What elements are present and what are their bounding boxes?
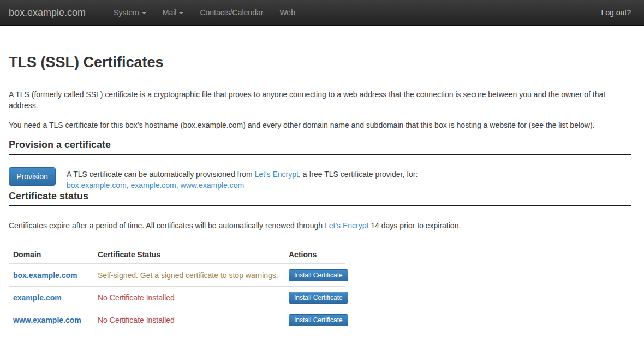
certificate-status-text: No Certificate Installed	[98, 316, 175, 324]
navbar-brand[interactable]: box.example.com	[9, 7, 86, 19]
nav-item-mail-label: Mail	[163, 8, 177, 17]
install-certificate-button[interactable]: Install Certificate	[289, 269, 348, 281]
nav-item-contacts-calendar-label: Contacts/Calendar	[200, 8, 263, 17]
provision-button[interactable]: Provision	[9, 167, 56, 186]
intro-paragraph-1: A TLS (formerly called SSL) certificate …	[9, 89, 631, 111]
nav-item-web-label: Web	[279, 8, 295, 17]
certificate-table: Domain Certificate Status Actions box.ex…	[9, 246, 345, 331]
table-row: www.example.com No Certificate Installed…	[9, 309, 345, 331]
status-note-after-link: 14 days prior to expiration.	[368, 221, 461, 230]
table-row: box.example.com Self-signed. Get a signe…	[9, 264, 345, 287]
provision-text-after-link: , a free TLS certificate provider, for:	[299, 170, 418, 179]
status-note: Certificates expire after a period of ti…	[9, 220, 631, 231]
provision-description: A TLS certificate can be automatically p…	[67, 167, 418, 191]
install-certificate-button[interactable]: Install Certificate	[289, 314, 348, 326]
status-note-before-link: Certificates expire after a period of ti…	[9, 221, 325, 230]
logout-link[interactable]: Log out?	[601, 8, 631, 17]
column-header-certificate-status: Certificate Status	[93, 246, 284, 264]
chevron-down-icon	[179, 12, 183, 14]
domain-link-box-example-com[interactable]: box.example.com	[13, 271, 77, 280]
certificate-status-text: Self-signed. Get a signed certificate to…	[98, 271, 278, 280]
lets-encrypt-link[interactable]: Let's Encrypt	[325, 221, 369, 230]
column-header-domain: Domain	[9, 246, 93, 264]
certificate-status-text: No Certificate Installed	[98, 293, 175, 302]
status-section-heading: Certificate status	[9, 191, 631, 206]
nav-item-system-label: System	[114, 8, 139, 17]
nav-item-mail[interactable]: Mail	[154, 0, 192, 26]
intro-paragraph-2: You need a TLS certificate for this box'…	[9, 120, 631, 131]
provision-domains-list: box.example.com, example.com, www.exampl…	[67, 180, 418, 191]
nav-item-system[interactable]: System	[105, 0, 154, 26]
install-certificate-button[interactable]: Install Certificate	[289, 292, 348, 304]
nav-item-contacts-calendar[interactable]: Contacts/Calendar	[192, 0, 271, 26]
table-row: example.com No Certificate Installed Ins…	[9, 286, 345, 309]
provision-section-heading: Provision a certificate	[9, 139, 631, 155]
page-title: TLS (SSL) Certificates	[9, 55, 631, 71]
lets-encrypt-link[interactable]: Let's Encrypt	[254, 170, 299, 179]
top-navbar: box.example.com System Mail Contacts/Cal…	[0, 0, 644, 26]
nav-item-web[interactable]: Web	[271, 0, 303, 26]
chevron-down-icon	[142, 12, 146, 14]
provision-description-line: A TLS certificate can be automatically p…	[67, 169, 418, 180]
provision-text-before-link: A TLS certificate can be automatically p…	[67, 170, 254, 179]
domain-link-www-example-com[interactable]: www.example.com	[13, 316, 81, 324]
domain-link-example-com[interactable]: example.com	[13, 293, 62, 302]
main-content: TLS (SSL) Certificates A TLS (formerly c…	[0, 55, 644, 331]
column-header-actions: Actions	[284, 246, 345, 264]
provision-row: Provision A TLS certificate can be autom…	[9, 167, 631, 191]
table-header-row: Domain Certificate Status Actions	[9, 246, 345, 264]
intro-text: A TLS (formerly called SSL) certificate …	[9, 89, 631, 131]
